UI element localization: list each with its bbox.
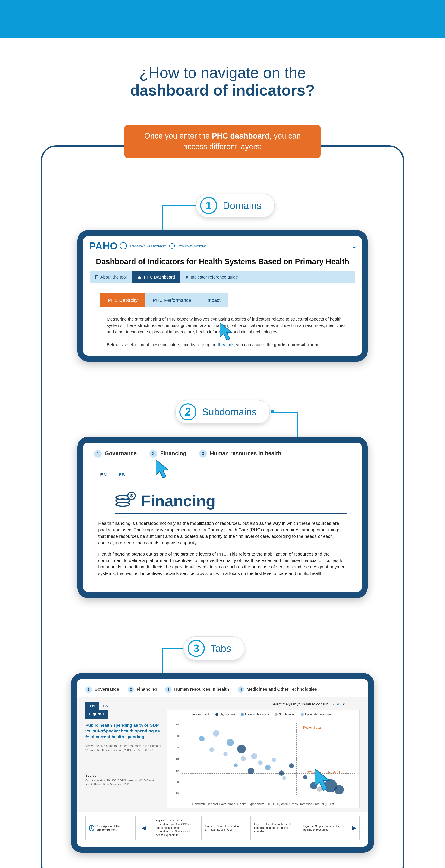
subtab-hr-3[interactable]: 3Human resources in health <box>165 686 229 693</box>
screenshot-tabs: 1Governance 2Financing 3Human resources … <box>71 673 374 852</box>
step-2-number: 2 <box>179 403 197 421</box>
primary-tabs: About the tool PHC Dashboard Indicator r… <box>90 271 355 283</box>
data-point[interactable] <box>282 776 286 780</box>
domain-phc-performance[interactable]: PHC Performance <box>145 293 199 307</box>
play-icon <box>186 275 188 279</box>
step-1-pill: 1 Domains <box>196 193 275 217</box>
paho-logo-text: PAHO <box>89 240 118 252</box>
data-point[interactable] <box>241 756 246 761</box>
info-icon: i <box>89 825 94 831</box>
annotation-oop: OOP reference threshold <box>307 771 340 774</box>
who-icon <box>169 243 175 249</box>
paho-logo: PAHO Pan American Health Organization Wo… <box>89 240 206 252</box>
carousel-next[interactable]: ▶ <box>349 816 360 840</box>
circle-1-icon: 1 <box>85 686 92 693</box>
home-icon[interactable]: ⌂ <box>352 243 356 249</box>
subtab-med-label: Medicines and Other Technologies <box>247 687 317 691</box>
subtab-governance[interactable]: 1Governance <box>94 450 137 458</box>
svg-marker-1 <box>156 460 168 478</box>
top-bar <box>0 0 445 38</box>
data-point[interactable] <box>224 752 228 756</box>
intro-pill: Once you enter the PHC dashboard, you ca… <box>124 125 321 158</box>
data-point[interactable] <box>237 745 246 753</box>
data-point[interactable] <box>272 758 276 762</box>
data-point[interactable] <box>279 771 284 776</box>
data-point[interactable] <box>317 786 322 792</box>
tab-reference-guide[interactable]: Indicator reference guide <box>180 271 243 283</box>
screenshot-subdomains: 1Governance 2Financing 3Human resources … <box>77 437 368 598</box>
legend-nc: Not classified <box>279 713 295 716</box>
year-selector[interactable]: Select the year you wish to consult: 202… <box>259 700 357 708</box>
card-figure-2[interactable]: Figure 2. Current expenditure on health … <box>201 816 247 840</box>
subtab-governance-3[interactable]: 1Governance <box>85 686 119 693</box>
subdomain-tabs-3: 1Governance 2Financing 3Human resources … <box>77 679 368 698</box>
data-point[interactable] <box>248 768 254 774</box>
language-toggle-3[interactable]: EN ES <box>85 702 112 710</box>
regional-goal-line <box>296 723 297 795</box>
subtab-financing-3[interactable]: 2Financing <box>128 686 157 693</box>
data-point[interactable] <box>251 753 257 759</box>
data-point[interactable] <box>310 782 317 789</box>
note-text: The size of the marker corresponds to th… <box>85 744 161 752</box>
lang-es-3[interactable]: ES <box>99 702 112 710</box>
source-heading: Source: <box>85 774 162 777</box>
ytick: 70 <box>170 723 179 726</box>
step-2-label: Subdomains <box>202 406 257 418</box>
intro-text-prefix: Once you enter the <box>144 131 212 140</box>
annotation-regional-goal: Regional goal <box>303 726 321 729</box>
language-toggle[interactable]: EN ES <box>94 469 131 481</box>
card-figure-3[interactable]: Figure 3. Trend in public health spendin… <box>250 816 297 840</box>
note-label: Note: <box>85 744 93 748</box>
intro-text-bold: PHC dashboard <box>212 131 269 140</box>
legend-lowmid: Low-middle income <box>245 713 269 716</box>
step-1-section: 1 Domains PAHO Pan American Health Organ… <box>59 193 386 362</box>
subtab-medicines[interactable]: 4Medicines and Other Technologies <box>238 686 317 693</box>
data-point[interactable] <box>234 764 238 767</box>
data-point[interactable] <box>303 775 307 779</box>
figure-note: Note: The size of the marker corresponds… <box>85 744 162 752</box>
data-point[interactable] <box>289 764 294 768</box>
scatter-chart[interactable]: Income level: High income Low-middle inc… <box>167 710 360 808</box>
data-point[interactable] <box>334 785 344 794</box>
subtab-financing[interactable]: 2Financing <box>149 450 186 458</box>
step-3-label: Tabs <box>210 643 231 654</box>
financing-para1: Health financing is understood not only … <box>98 520 347 546</box>
data-point[interactable] <box>265 765 271 770</box>
ss1-para2: Below is a selection of these indicators… <box>107 341 349 348</box>
ss1-body-text: Measuring the strengthening of PHC capac… <box>83 307 362 355</box>
data-point[interactable] <box>227 739 234 746</box>
subtab-hr3-label: Human resources in health <box>174 687 229 691</box>
subtab-human-resources[interactable]: 3Human resources in health <box>199 450 281 458</box>
year-label: Select the year you wish to consult: <box>271 702 329 706</box>
card-figure-4[interactable]: Figure 4. Segmentation in the pooling of… <box>300 816 346 840</box>
dashboard-title: Dashboard of Indicators for Health Syste… <box>83 253 362 271</box>
figure-title: Public health spending as % of GDP vs. o… <box>85 722 162 740</box>
data-point[interactable] <box>199 736 205 741</box>
step-3-pill: 3 Tabs <box>183 637 244 660</box>
carousel-prev[interactable]: ◀ <box>139 816 149 840</box>
step-3-number: 3 <box>188 640 205 657</box>
data-point[interactable] <box>209 747 214 752</box>
card-description[interactable]: i Description of the subcomponent <box>85 816 136 840</box>
tab-reference-label: Indicator reference guide <box>191 275 238 280</box>
card-desc-label: Description of the subcomponent <box>96 825 132 832</box>
paho-logo-sub2: World Health Organization <box>177 245 206 247</box>
domain-impact[interactable]: Impact <box>199 293 228 307</box>
subtab-fin-label: Financing <box>137 687 157 691</box>
legend-item: Low-middle income <box>241 713 269 716</box>
data-point[interactable] <box>258 761 263 765</box>
data-point[interactable] <box>213 730 219 737</box>
page-title-block: ¿How to navigate on the dashboard of ind… <box>0 64 445 99</box>
page-title-line1: ¿How to navigate on the <box>0 64 445 82</box>
circle-3-icon: 3 <box>165 686 172 693</box>
tab-about[interactable]: About the tool <box>90 271 132 283</box>
tab-phc-dashboard[interactable]: PHC Dashboard <box>132 271 180 283</box>
lang-es[interactable]: ES <box>113 469 131 480</box>
domain-phc-capacity[interactable]: PHC Capacity <box>100 293 145 307</box>
scatter-points: Regional goal OOP reference threshold <box>182 723 355 795</box>
lang-en-3[interactable]: EN <box>86 702 99 710</box>
lang-en[interactable]: EN <box>94 469 113 480</box>
ss1-header: PAHO Pan American Health Organization Wo… <box>83 236 362 253</box>
this-link[interactable]: this link <box>217 342 234 347</box>
card-figure-1[interactable]: Figure 1. Public health expenditure as %… <box>152 816 198 840</box>
